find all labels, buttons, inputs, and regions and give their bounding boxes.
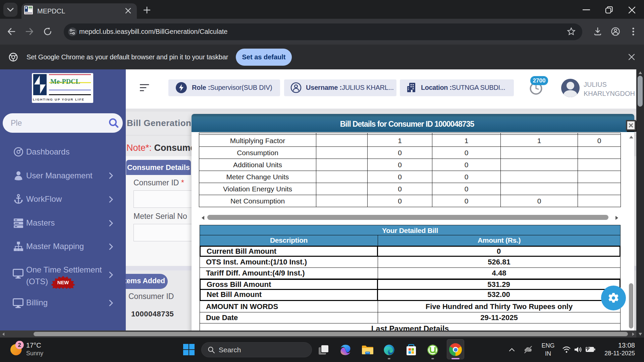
svg-text:NEW: NEW: [57, 280, 69, 285]
svg-text:2: 2: [18, 342, 21, 348]
